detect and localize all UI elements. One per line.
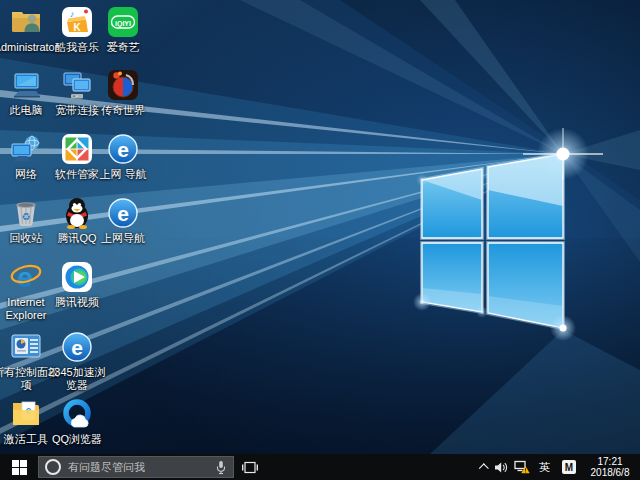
icon-label: 2345加速浏览器 bbox=[43, 366, 111, 392]
start-button[interactable] bbox=[0, 454, 38, 480]
clock[interactable]: 17:21 2018/6/8 bbox=[582, 456, 640, 478]
svg-text:♪: ♪ bbox=[70, 9, 75, 19]
icon-label: 激活工具 bbox=[4, 433, 48, 446]
browser-e-icon: e bbox=[106, 196, 140, 230]
tray-expand-button[interactable] bbox=[478, 454, 491, 480]
icon-label: QQ浏览器 bbox=[52, 433, 102, 446]
cortana-icon bbox=[45, 459, 61, 475]
qq-browser-icon bbox=[60, 397, 94, 431]
desktop-icon-web-navigation-2[interactable]: e 上网导航 bbox=[89, 196, 157, 245]
recycle-bin-icon: ♻ bbox=[9, 196, 43, 230]
desktop-icon-2345-browser[interactable]: e 2345加速浏览器 bbox=[43, 330, 111, 392]
desktop-icon-legend-world[interactable]: 传奇世界 bbox=[89, 68, 157, 117]
chevron-up-icon bbox=[479, 463, 489, 473]
svg-text:♻: ♻ bbox=[22, 211, 31, 222]
taskbar: 有问题尽管问我 bbox=[0, 454, 640, 480]
browser-e-icon: e bbox=[106, 132, 140, 166]
desktop-icon-tencent-video[interactable]: 腾讯视频 bbox=[43, 260, 111, 309]
icon-label: 网络 bbox=[15, 168, 37, 181]
desktop-icon-iqiyi[interactable]: iQIYI 爱奇艺 bbox=[89, 5, 157, 54]
microphone-icon[interactable] bbox=[215, 460, 227, 475]
network-icon bbox=[9, 132, 43, 166]
windows-desktop-screen: Administrator K ♪ 酷我音乐 iQIYI 爱奇艺 bbox=[0, 0, 640, 480]
activation-tool-folder-icon: e bbox=[9, 397, 43, 431]
network-warning-icon bbox=[514, 460, 530, 474]
svg-text:e: e bbox=[117, 202, 129, 225]
volume-button[interactable] bbox=[491, 454, 511, 480]
search-placeholder: 有问题尽管问我 bbox=[68, 460, 215, 475]
ime-language-indicator: 英 bbox=[536, 460, 553, 475]
svg-text:e: e bbox=[117, 138, 129, 161]
icon-label: 传奇世界 bbox=[101, 104, 145, 117]
browser-e-icon: e bbox=[60, 330, 94, 364]
icon-label: 回收站 bbox=[10, 232, 43, 245]
task-view-button[interactable] bbox=[234, 454, 266, 480]
icon-label: 腾讯视频 bbox=[55, 296, 99, 309]
clock-time: 17:21 bbox=[597, 456, 622, 467]
network-button[interactable] bbox=[511, 454, 533, 480]
svg-text:e: e bbox=[71, 336, 83, 359]
icon-label: 上网导航 bbox=[101, 232, 145, 245]
desktop-icon-web-navigation-1[interactable]: e 上网 导航 bbox=[89, 132, 157, 181]
ime-language-button[interactable]: 英 bbox=[533, 454, 556, 480]
system-tray: 英 M 17:21 2018/6/8 bbox=[478, 454, 640, 480]
icon-label: 爱奇艺 bbox=[107, 41, 140, 54]
control-panel-icon bbox=[9, 330, 43, 364]
computer-icon bbox=[9, 68, 43, 102]
clock-date: 2018/6/8 bbox=[591, 467, 630, 478]
icon-label: 此电脑 bbox=[10, 104, 43, 117]
desktop-icon-qq-browser[interactable]: QQ浏览器 bbox=[43, 397, 111, 446]
icon-label: 上网 导航 bbox=[99, 168, 146, 181]
task-view-icon bbox=[242, 461, 258, 474]
windows-logo-icon bbox=[12, 460, 27, 475]
svg-text:K: K bbox=[73, 22, 81, 33]
tencent-video-icon bbox=[60, 260, 94, 294]
svg-text:iQIYI: iQIYI bbox=[115, 20, 131, 28]
ime-mode-badge: M bbox=[562, 460, 576, 474]
desktop[interactable]: Administrator K ♪ 酷我音乐 iQIYI 爱奇艺 bbox=[0, 0, 640, 454]
internet-explorer-icon: e bbox=[9, 260, 43, 294]
user-folder-icon bbox=[9, 5, 43, 39]
search-input[interactable]: 有问题尽管问我 bbox=[38, 456, 234, 478]
speaker-icon bbox=[494, 461, 508, 474]
legend-world-icon bbox=[106, 68, 140, 102]
iqiyi-icon: iQIYI bbox=[106, 5, 140, 39]
ime-mode-button[interactable]: M bbox=[556, 454, 582, 480]
